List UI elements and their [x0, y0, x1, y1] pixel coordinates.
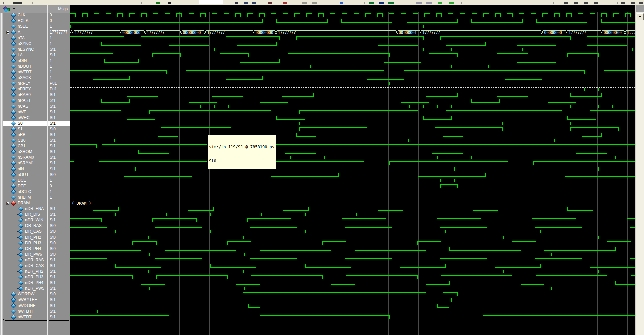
signal-row[interactable]: nWE St1 — [3, 109, 70, 115]
signal-row[interactable]: nOUT St0 — [3, 172, 70, 178]
toolbar-icon-fragment — [449, 2, 454, 4]
signal-row[interactable]: nSYNC 1 — [3, 41, 70, 47]
signal-row[interactable]: nRB St1 — [3, 132, 70, 138]
signal-row[interactable]: nWBYTEF St1 — [3, 297, 70, 303]
vertical-scrollbar[interactable] — [636, 5, 644, 335]
signal-row[interactable]: nDOUT 1 — [3, 64, 70, 69]
toolbar-icon-fragment — [156, 2, 160, 4]
toolbar-icon-fragment — [312, 2, 317, 4]
signal-row[interactable]: DR_PH2 St0 — [3, 234, 70, 240]
signal-name: DR_PH4 — [25, 246, 41, 252]
signal-name: nWTBTF — [18, 309, 34, 314]
signal-row[interactable]: nWTBT St1 — [3, 314, 70, 320]
signal-row[interactable]: nSACK 1 — [3, 75, 70, 81]
up-arrow-icon — [639, 16, 641, 17]
signal-row[interactable]: nSEL 1 — [3, 24, 70, 29]
signal-diamond-icon — [18, 223, 24, 229]
expand-toggle[interactable]: + — [6, 31, 9, 34]
signal-row[interactable]: nIN St1 — [3, 166, 70, 172]
signal-row[interactable]: nDR_WIN St1 — [3, 217, 70, 223]
signal-row[interactable]: DR_PH4 St0 — [3, 246, 70, 252]
toolbar-icon-fragment — [594, 2, 598, 4]
waveform-canvas[interactable]: 1777777700000000177777770000000017777777… — [70, 5, 635, 335]
signal-row[interactable]: nWDONE St1 — [3, 303, 70, 309]
signal-row[interactable]: nSROM St1 — [3, 149, 70, 155]
signal-row[interactable]: DR_CAS St0 — [3, 229, 70, 234]
signal-row[interactable]: nDR_RAS St1 — [3, 257, 70, 263]
signal-row[interactable]: LA St1 — [3, 52, 70, 58]
signal-row[interactable]: nTA 1 — [3, 35, 70, 41]
svg-text:17777777: 17777777 — [278, 30, 296, 35]
signal-diamond-icon — [11, 98, 16, 104]
signal-row[interactable]: CB1 St1 — [3, 143, 70, 149]
signal-tree[interactable]: CLK 0 RCLK 0 nSEL 1 + A 17777777 — [3, 12, 70, 335]
signal-row[interactable]: WORDW St0 — [3, 291, 70, 297]
toolbar-icon-fragment — [199, 0, 223, 4]
signal-row[interactable]: nDR_PH3 St1 — [3, 274, 70, 280]
svg-text:00000000: 00000000 — [604, 30, 622, 35]
scroll-up-button[interactable] — [637, 13, 644, 20]
signal-row[interactable]: nWTBT 1 — [3, 69, 70, 75]
name-value-column-divider[interactable] — [47, 5, 48, 335]
expand-toggle[interactable]: - — [6, 202, 9, 205]
signal-diamond-icon — [18, 235, 24, 240]
signal-diamond-icon — [18, 229, 24, 234]
signal-name: nDCLO — [18, 189, 31, 195]
signal-name: nWTBT — [18, 314, 32, 320]
tree-left-scroll-strip[interactable] — [0, 5, 3, 335]
signal-diamond-icon — [18, 212, 24, 217]
signal-row[interactable]: nRAS1 St1 — [3, 98, 70, 104]
signal-row[interactable]: nDR_PH4 St1 — [3, 280, 70, 286]
signal-row[interactable]: nDR_CAS St1 — [3, 263, 70, 269]
signal-diamond-icon — [11, 155, 16, 160]
signal-diamond-icon — [11, 303, 16, 309]
signal-row[interactable]: nWEC St1 — [3, 115, 70, 121]
signal-diamond-icon — [11, 64, 16, 69]
signal-row[interactable]: nWTBTF St1 — [3, 309, 70, 314]
signal-value: St0 — [50, 229, 56, 234]
toolbar-icon-fragment — [388, 2, 394, 4]
chevron-down-icon[interactable] — [13, 8, 15, 10]
signal-row[interactable]: nRAS0 St1 — [3, 92, 70, 98]
signal-value: 1 — [50, 195, 52, 200]
signal-value: St0 — [50, 252, 56, 257]
signal-row[interactable]: nDR_PH2 St1 — [3, 269, 70, 274]
signal-row[interactable]: - DRAM — [3, 200, 70, 206]
signal-diamond-icon — [11, 315, 16, 320]
signal-diamond-icon — [11, 309, 16, 314]
signal-row[interactable]: nRPLY Pu1 — [3, 81, 70, 86]
signal-row[interactable]: nSRAM0 St1 — [3, 155, 70, 160]
signal-row[interactable]: nSRAM1 St1 — [3, 160, 70, 166]
wave-group-logo-icon — [3, 6, 11, 12]
signal-row[interactable]: CB0 St1 — [3, 138, 70, 143]
signal-row[interactable]: nCAS St1 — [3, 104, 70, 109]
signal-row[interactable]: S1 St0 — [3, 126, 70, 132]
svg-text:00000000: 00000000 — [544, 30, 562, 35]
signal-row[interactable]: nFRPY Pu1 — [3, 86, 70, 92]
signal-value: St1 — [50, 104, 56, 109]
signal-row[interactable]: DR_PH3 St0 — [3, 240, 70, 246]
signal-row[interactable]: + A 17777777 — [3, 29, 70, 35]
signal-row[interactable]: DR_PW6 St0 — [3, 252, 70, 257]
panel-wave-divider[interactable] — [70, 5, 70, 335]
signal-row[interactable]: nDIN 1 — [3, 58, 70, 64]
signal-row[interactable]: nDR_ENA St1 — [3, 206, 70, 212]
signal-row[interactable]: CLK 0 — [3, 12, 70, 18]
signal-row[interactable]: DCE 1 — [3, 178, 70, 183]
signal-row[interactable]: DR_RAS St0 — [3, 223, 70, 229]
signal-row[interactable]: nHLTM 1 — [3, 195, 70, 200]
signal-name: nSACK — [18, 75, 31, 81]
signal-row[interactable]: nESYNC St1 — [3, 47, 70, 52]
signal-row[interactable]: DEF 0 — [3, 183, 70, 189]
signal-row[interactable]: RCLK 0 — [3, 18, 70, 24]
signal-diamond-icon — [11, 138, 16, 143]
signal-diamond-icon — [18, 280, 24, 286]
signal-row[interactable]: S0 St1 — [3, 121, 70, 126]
signal-value: St1 — [50, 149, 56, 154]
signal-value: St1 — [50, 92, 56, 97]
signal-row[interactable]: nDCLO 1 — [3, 189, 70, 195]
signal-row[interactable]: DR_DIS St1 — [3, 212, 70, 217]
toolbar-icon-fragment — [574, 2, 578, 4]
signal-row[interactable]: nDR_PW5 St1 — [3, 286, 70, 291]
toolbar-icon-fragment — [3, 2, 4, 4]
